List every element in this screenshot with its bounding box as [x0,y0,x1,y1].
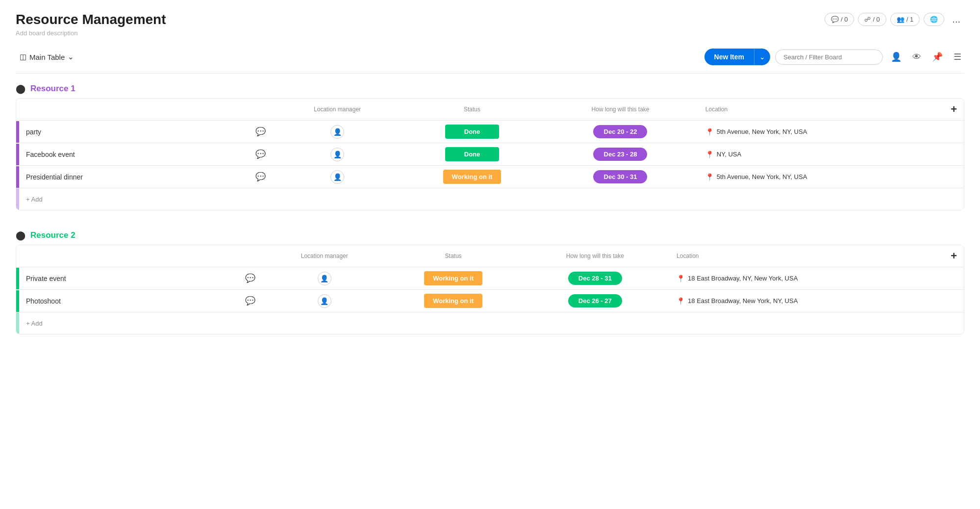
pin-button[interactable]: 📌 [929,50,946,64]
integration-icon: ☍ [864,16,871,23]
row-date-cell[interactable]: Dec 28 - 31 [521,267,670,290]
comment-icon: 💬 [245,296,255,305]
new-item-button[interactable]: New Item [704,49,754,65]
row-extra-cell [944,267,964,290]
how-long-col-header: How long will this take [542,99,699,121]
add-row-cell: + Add [19,188,964,210]
person-avatar: 👤 [330,125,344,139]
person-avatar: 👤 [330,148,344,161]
table-row[interactable]: Photoshoot 💬 👤 Working on it Dec 26 - 27… [16,290,964,312]
table-row[interactable]: party 💬 👤 Done Dec 20 - 22 📍 5th Avenue, [16,121,964,143]
row-date-cell[interactable]: Dec 30 - 31 [542,166,699,188]
loc-manager-col-header: Location manager [263,245,386,267]
row-status-cell[interactable]: Working on it [386,267,521,290]
new-item-dropdown-button[interactable]: ⌄ [754,49,770,65]
person-avatar: 👤 [318,294,331,308]
new-item-group: New Item ⌄ [704,49,770,65]
add-row-cell: + Add [19,312,964,334]
group-table-resource2: Location manager Status How long will th… [16,245,964,334]
row-status-cell[interactable]: Working on it [386,290,521,312]
group-section-resource2: ⬤ Resource 2 Location manager Status How… [16,230,964,334]
eye-button[interactable]: 👁 [909,50,924,64]
search-input[interactable] [775,50,883,65]
add-column-button-resource1[interactable]: + [951,103,957,116]
group-chevron-resource1[interactable]: ⬤ [16,83,25,94]
add-row-button[interactable]: + Add [26,196,43,203]
row-location-cell: 📍 5th Avenue, New York, NY, USA [699,121,944,143]
row-status-cell[interactable]: Done [402,121,542,143]
page-title: Resource Management [16,12,166,27]
toolbar: ◫ Main Table ⌄ New Item ⌄ 👤 👁 📌 ☰ [16,49,964,74]
row-comment-cell[interactable]: 💬 [248,121,273,143]
filter-button[interactable]: ☰ [951,50,964,64]
person-avatar: 👤 [318,272,331,285]
location-pin-icon: 📍 [677,275,685,282]
row-comment-cell[interactable]: 💬 [248,143,273,166]
row-status-cell[interactable]: Done [402,143,542,166]
row-comment-cell[interactable]: 💬 [248,166,273,188]
row-manager-cell[interactable]: 👤 [263,290,386,312]
row-manager-cell[interactable]: 👤 [273,166,402,188]
row-location-cell: 📍 NY, USA [699,143,944,166]
row-location-cell: 📍 18 East Broadway, NY, New York, USA [670,267,944,290]
add-column-button-resource2[interactable]: + [951,250,957,262]
row-extra-cell [944,143,964,166]
page-header: Resource Management Add board descriptio… [16,12,964,37]
group-table-wrap-resource1: Location manager Status How long will th… [16,98,964,210]
members-button[interactable]: 👥 / 1 [890,13,920,26]
row-date-cell[interactable]: Dec 26 - 27 [521,290,670,312]
loc-manager-col-header: Location manager [273,99,402,121]
search-wrap [775,50,883,65]
how-long-col-header: How long will this take [521,245,670,267]
location-pin-icon: 📍 [705,128,714,136]
row-date-cell[interactable]: Dec 20 - 22 [542,121,699,143]
more-options-button[interactable]: ... [948,12,964,27]
location-value: 📍 18 East Broadway, NY, New York, USA [670,271,944,286]
main-table-button[interactable]: ◫ Main Table ⌄ [16,51,78,63]
row-comment-cell[interactable]: 💬 [238,290,263,312]
person-filter-button[interactable]: 👤 [888,50,905,64]
globe-icon: 🌐 [930,16,938,23]
integrations-count: / 0 [873,16,879,23]
row-status-cell[interactable]: Working on it [402,166,542,188]
row-comment-cell[interactable]: 💬 [238,267,263,290]
group-chevron-resource2[interactable]: ⬤ [16,230,25,241]
comments-button[interactable]: 💬 / 0 [825,13,854,26]
table-header-row: Location manager Status How long will th… [16,99,964,121]
row-manager-cell[interactable]: 👤 [263,267,386,290]
toolbar-right: New Item ⌄ 👤 👁 📌 ☰ [704,49,964,65]
location-col-header: Location [670,245,944,267]
location-text: 18 East Broadway, New York, NY, USA [688,297,798,305]
group-header-resource2: ⬤ Resource 2 [16,230,964,241]
date-badge: Dec 20 - 22 [593,125,647,138]
location-col-header: Location [699,99,944,121]
row-extra-cell [944,290,964,312]
add-row-color-bar [16,312,19,334]
header-right: 💬 / 0 ☍ / 0 👥 / 1 🌐 ... [825,12,964,27]
row-name-cell: Facebook event [19,143,248,166]
board-description[interactable]: Add board description [16,29,166,37]
row-manager-cell[interactable]: 👤 [273,143,402,166]
location-pin-icon: 📍 [705,151,714,158]
row-date-cell[interactable]: Dec 23 - 28 [542,143,699,166]
comment-col-header [238,245,263,267]
table-header-row: Location manager Status How long will th… [16,245,964,267]
status-badge: Done [445,125,499,139]
globe-button[interactable]: 🌐 [924,13,944,26]
location-pin-icon: 📍 [677,297,685,305]
row-name-cell: Presidential dinner [19,166,248,188]
comment-col-header [248,99,273,121]
row-manager-cell[interactable]: 👤 [273,121,402,143]
table-row[interactable]: Facebook event 💬 👤 Done Dec 23 - 28 📍 NY… [16,143,964,166]
eye-icon: 👁 [912,52,921,62]
table-row[interactable]: Private event 💬 👤 Working on it Dec 28 -… [16,267,964,290]
row-name-cell: Private event [19,267,238,290]
group-title-resource1: Resource 1 [30,84,75,94]
row-name-cell: Photoshoot [19,290,238,312]
members-count: / 1 [906,16,913,23]
name-col-header [19,245,238,267]
integrations-button[interactable]: ☍ / 0 [858,13,886,26]
location-value: 📍 NY, USA [699,147,944,162]
table-row[interactable]: Presidential dinner 💬 👤 Working on it De… [16,166,964,188]
add-row-button[interactable]: + Add [26,320,43,327]
